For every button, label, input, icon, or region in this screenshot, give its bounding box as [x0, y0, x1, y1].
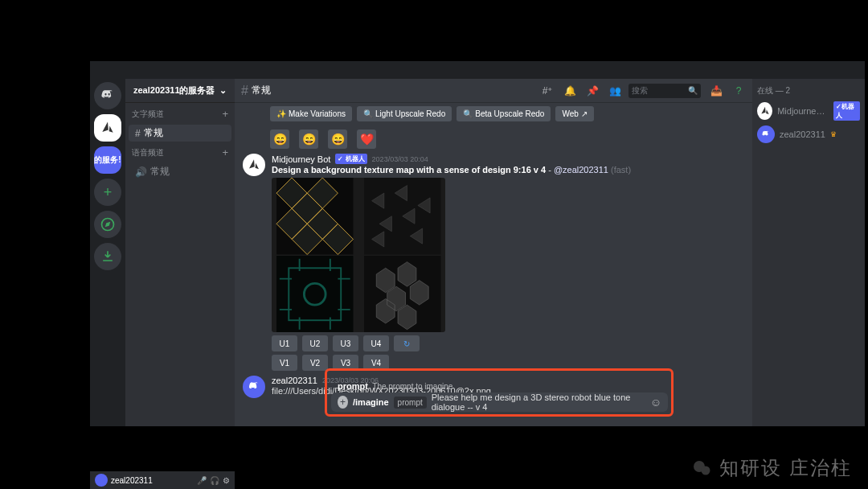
bell-icon[interactable]: 🔔	[563, 84, 577, 98]
channel-title: 常规	[252, 84, 271, 97]
mention[interactable]: @zeal202311	[554, 165, 608, 175]
inbox-icon[interactable]: 📥	[709, 84, 723, 98]
discord-logo-icon	[248, 380, 260, 393]
guild-user-server[interactable]: 的服务!	[94, 146, 121, 174]
avatar[interactable]	[243, 154, 265, 176]
v4-button[interactable]: V4	[363, 355, 389, 371]
settings-icon[interactable]: ⚙	[223, 476, 230, 485]
main-layout: 的服务! + zeal202311的服务器 ⌄ 文字频道 + # 常规	[90, 79, 865, 426]
hash-icon: #	[135, 128, 141, 139]
v3-button[interactable]: V3	[333, 355, 358, 371]
members-icon[interactable]: 👥	[608, 84, 622, 98]
help-icon[interactable]: ?	[731, 84, 746, 98]
avatar	[757, 125, 775, 143]
server-header[interactable]: zeal202311的服务器 ⌄	[125, 79, 235, 103]
svg-point-8	[702, 466, 710, 475]
search-icon: 🔍	[688, 86, 698, 95]
author-name[interactable]: Midjourney Bot	[272, 154, 330, 164]
u-button-row: U1 U2 U3 U4 ↻	[272, 335, 744, 351]
crown-icon: ♛	[830, 130, 837, 138]
compass-icon	[100, 216, 116, 232]
chat-column: # 常规 #⁺ 🔔 📌 👥 搜索 🔍 📥 ? ✨Ma	[235, 79, 752, 426]
download-icon	[100, 249, 116, 265]
member-name: Midjourney B...	[777, 106, 829, 116]
hash-icon: #	[241, 84, 248, 98]
bot-tag: ✓ 机器人	[335, 154, 366, 164]
server-name: zeal202311的服务器	[133, 84, 215, 97]
chat-header: # 常规 #⁺ 🔔 📌 👥 搜索 🔍 📥 ?	[235, 79, 752, 103]
channel-label: 常规	[144, 126, 163, 140]
username: zeal202311	[111, 476, 153, 485]
avatar	[757, 102, 772, 120]
speaker-icon: 🔊	[135, 166, 147, 178]
channel-voice-general[interactable]: 🔊 常规	[129, 163, 231, 180]
input-value: Please help me design a 3D stereo robot …	[432, 392, 641, 412]
category-text[interactable]: 文字频道 +	[125, 103, 235, 125]
channel-label: 常规	[150, 165, 170, 179]
search-input[interactable]: 搜索 🔍	[628, 84, 701, 98]
sail-icon	[247, 158, 261, 172]
threads-icon[interactable]: #⁺	[540, 84, 555, 98]
discord-logo-icon	[100, 88, 116, 104]
category-voice[interactable]: 语音频道 +	[125, 142, 235, 163]
v-button-row: V1 V2 V3 V4	[272, 355, 744, 371]
add-server-button[interactable]: +	[94, 179, 121, 206]
sail-icon	[100, 120, 116, 136]
explore-button[interactable]	[94, 211, 121, 238]
message-list: ✨Make Variations 🔍Light Upscale Redo 🔍Be…	[235, 103, 752, 426]
action-button-row: ✨Make Variations 🔍Light Upscale Redo 🔍Be…	[270, 106, 744, 121]
mute-icon[interactable]: 🎤	[197, 476, 207, 485]
titlebar	[90, 61, 865, 79]
avatar[interactable]	[243, 376, 265, 398]
pin-icon[interactable]: 📌	[585, 84, 600, 98]
member-row[interactable]: Midjourney B... ✓机器人	[757, 101, 860, 121]
message-text: Design a background texture map with a s…	[272, 165, 744, 175]
guild-midjourney[interactable]	[94, 114, 121, 142]
search-placeholder: 搜索	[632, 85, 648, 97]
generated-image-grid[interactable]	[272, 178, 445, 332]
app-window: 的服务! + zeal202311的服务器 ⌄ 文字频道 + # 常规	[90, 61, 865, 426]
author-name[interactable]: zeal202311	[272, 376, 317, 385]
u1-button[interactable]: U1	[272, 335, 297, 351]
reaction-button[interactable]: 😄	[299, 129, 318, 149]
wechat-icon	[690, 458, 713, 478]
attach-button[interactable]: +	[338, 396, 348, 409]
u4-button[interactable]: U4	[363, 335, 389, 351]
guild-list: 的服务! +	[90, 79, 125, 426]
beta-upscale-button[interactable]: 🔍Beta Upscale Redo	[457, 106, 551, 121]
make-variations-button[interactable]: ✨Make Variations	[270, 106, 352, 121]
member-row[interactable]: zeal202311 ♛	[757, 125, 860, 143]
timestamp: 2023/03/03 20:04	[372, 155, 428, 163]
message-input[interactable]: + /imagine prompt Please help me design …	[331, 392, 668, 412]
home-button[interactable]	[94, 82, 121, 109]
download-button[interactable]	[94, 243, 121, 270]
add-channel-icon[interactable]: +	[222, 146, 228, 158]
add-channel-icon[interactable]: +	[222, 108, 228, 120]
channel-sidebar: zeal202311的服务器 ⌄ 文字频道 + # 常规 语音频道 + 🔊 常规	[125, 79, 235, 426]
u3-button[interactable]: U3	[333, 335, 358, 351]
members-heading: 在线 — 2	[757, 85, 860, 97]
watermark: 知研设 庄治柱	[690, 455, 852, 481]
reaction-row: 😄 😄 😄 ❤️	[270, 129, 744, 149]
bot-tag: ✓机器人	[833, 101, 860, 121]
user-bar: zeal202311 🎤 🎧 ⚙	[90, 471, 235, 489]
v2-button[interactable]: V2	[302, 355, 328, 371]
bot-message: Midjourney Bot ✓ 机器人 2023/03/03 20:04 De…	[243, 154, 744, 371]
deafen-icon[interactable]: 🎧	[210, 476, 219, 485]
content-area: # 常规 #⁺ 🔔 📌 👥 搜索 🔍 📥 ? ✨Ma	[235, 79, 865, 426]
member-name: zeal202311	[780, 129, 825, 139]
u2-button[interactable]: U2	[302, 335, 328, 351]
channel-text-general[interactable]: # 常规	[129, 125, 231, 142]
reaction-button[interactable]: 😄	[328, 129, 347, 149]
slash-command: /imagine	[353, 397, 389, 407]
reaction-button[interactable]: 😄	[270, 129, 289, 149]
light-upscale-button[interactable]: 🔍Light Upscale Redo	[357, 106, 452, 121]
command-hint: prompt The prompt to imagine	[331, 380, 668, 392]
user-avatar[interactable]	[95, 474, 108, 487]
v1-button[interactable]: V1	[272, 355, 297, 371]
emoji-picker-icon[interactable]: ☺	[650, 396, 661, 409]
command-param: prompt	[394, 397, 427, 409]
web-button[interactable]: Web ↗	[555, 106, 593, 121]
reaction-button[interactable]: ❤️	[357, 129, 376, 149]
reroll-button[interactable]: ↻	[394, 335, 420, 351]
